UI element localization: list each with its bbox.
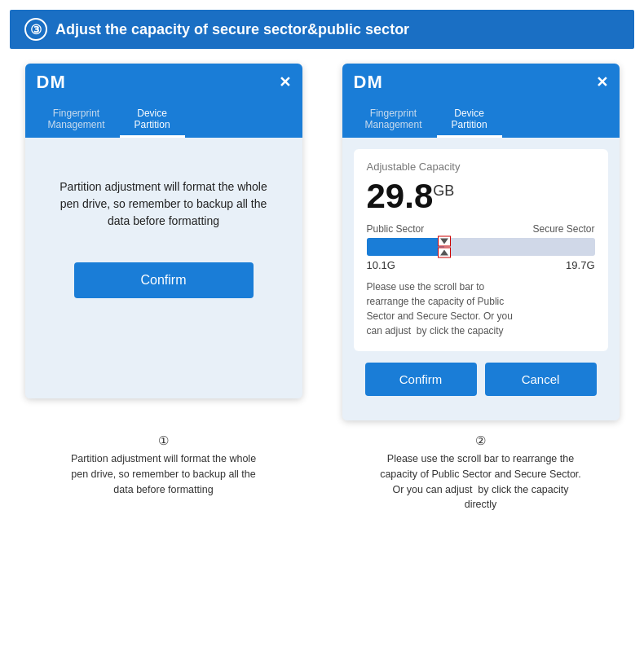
dialog1-tabs: Fingerprint Management Device Partition bbox=[25, 101, 302, 138]
caption-1: ① Partition adjustment will format the w… bbox=[11, 433, 315, 512]
close-btn-1[interactable]: ✕ bbox=[279, 73, 291, 91]
cap-label: Adjustable Capacity bbox=[367, 161, 595, 173]
dialog1-header: DM ✕ bbox=[25, 64, 302, 101]
dialog2-footer: Confirm Cancel bbox=[354, 363, 608, 407]
step-circle: ③ bbox=[24, 18, 47, 41]
close-btn-2[interactable]: ✕ bbox=[596, 73, 608, 91]
main-area: DM ✕ Fingerprint Management Device Parti… bbox=[0, 49, 644, 429]
arrow-up-icon bbox=[440, 250, 448, 256]
banner-text: Adjust the capacity of secure sector&pub… bbox=[55, 21, 409, 38]
slider-fill bbox=[367, 238, 444, 256]
slider-row[interactable] bbox=[367, 238, 595, 256]
handle-down-box[interactable] bbox=[438, 236, 451, 247]
dialog2-tabs: Fingerprint Management Device Partition bbox=[342, 101, 620, 138]
sector-labels: Public Sector Secure Sector bbox=[367, 223, 595, 235]
cap-value: 29.8GB bbox=[367, 178, 595, 215]
confirm-button-1[interactable]: Confirm bbox=[74, 262, 254, 298]
caption-text-2: Please use the scroll bar to rearrange t… bbox=[329, 451, 633, 512]
cap-number: 29.8 bbox=[367, 177, 434, 215]
val-left: 10.1G bbox=[367, 259, 395, 271]
capacity-card: Adjustable Capacity 29.8GB Public Sector… bbox=[354, 149, 608, 351]
cancel-button-2[interactable]: Cancel bbox=[485, 363, 597, 396]
sector-right-label: Secure Sector bbox=[532, 223, 594, 235]
confirm-button-2[interactable]: Confirm bbox=[365, 363, 477, 396]
slider-values: 10.1G 19.7G bbox=[367, 259, 595, 271]
tab2-device-partition[interactable]: Device Partition bbox=[437, 101, 502, 138]
dm-logo-2: DM bbox=[354, 72, 383, 93]
sector-left-label: Public Sector bbox=[367, 223, 425, 235]
dialog2-header: DM ✕ bbox=[342, 64, 620, 101]
caption-2: ② Please use the scroll bar to rearrange… bbox=[329, 433, 633, 512]
caption-text-1: Partition adjustment will format the who… bbox=[11, 451, 315, 497]
tab1-fingerprint[interactable]: Fingerprint Management bbox=[33, 101, 120, 138]
dialog2-wrapper: DM ✕ Fingerprint Management Device Parti… bbox=[329, 64, 633, 420]
arrow-down-icon bbox=[440, 239, 448, 244]
dialog1: DM ✕ Fingerprint Management Device Parti… bbox=[25, 64, 302, 398]
tab1-device-partition[interactable]: Device Partition bbox=[120, 101, 185, 138]
caption-num-2: ② bbox=[329, 433, 633, 448]
dialog1-body: Partition adjustment will format the who… bbox=[25, 138, 302, 398]
slider-bar[interactable] bbox=[367, 238, 595, 256]
dm-logo-1: DM bbox=[37, 72, 66, 93]
dialog2: DM ✕ Fingerprint Management Device Parti… bbox=[342, 64, 620, 420]
dialog1-wrapper: DM ✕ Fingerprint Management Device Parti… bbox=[11, 64, 315, 420]
dialog2-body: Adjustable Capacity 29.8GB Public Sector… bbox=[342, 138, 620, 420]
caption-num-1: ① bbox=[11, 433, 315, 448]
top-banner: ③ Adjust the capacity of secure sector&p… bbox=[10, 10, 634, 49]
hint-text: Please use the scroll bar torearrange th… bbox=[367, 279, 595, 338]
handle-up-box[interactable] bbox=[438, 248, 451, 258]
slider-handle[interactable] bbox=[438, 236, 451, 258]
val-right: 19.7G bbox=[566, 259, 594, 271]
cap-unit: GB bbox=[433, 183, 454, 199]
caption-row: ① Partition adjustment will format the w… bbox=[0, 429, 644, 516]
tab2-fingerprint[interactable]: Fingerprint Management bbox=[351, 101, 437, 138]
warning-text: Partition adjustment will format the who… bbox=[60, 178, 267, 230]
